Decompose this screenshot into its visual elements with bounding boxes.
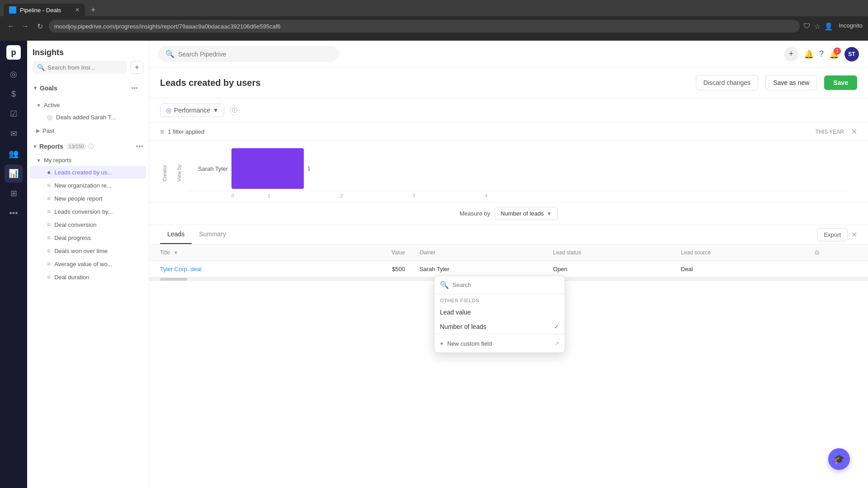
nav-deals[interactable]: $ (5, 85, 23, 103)
nav-activities[interactable]: ☑ (5, 105, 23, 123)
help-icon[interactable]: ? (819, 49, 824, 59)
sidebar-item-deals-added[interactable]: ◎ Deals added Sarah T... (30, 111, 146, 123)
external-link-icon: ↗ (555, 340, 559, 347)
th-settings[interactable]: ⚙ (807, 244, 868, 261)
sidebar-item-deal-duration[interactable]: ≡ Deal duration (30, 271, 146, 283)
back-button[interactable]: ← (5, 22, 16, 30)
avg-val-label: Average value of wo... (54, 261, 112, 267)
table-settings-icon[interactable]: ⚙ (814, 249, 820, 256)
sidebar-item-new-people[interactable]: ≡ New people report (30, 192, 146, 205)
leads-created-label: Leads created by us... (54, 169, 112, 176)
measure-dropdown: 🔍 OTHER FIELDS Lead value Number of lead… (434, 276, 565, 353)
close-table-button[interactable]: ✕ (851, 230, 857, 239)
floating-action-button[interactable]: 🎓 (828, 448, 850, 470)
reports-more-button[interactable]: ••• (136, 142, 143, 150)
sidebar-search-input[interactable] (47, 64, 123, 71)
profile-icon[interactable]: 👤 (824, 22, 833, 31)
save-as-new-button[interactable]: Save as new (765, 75, 817, 90)
add-button[interactable]: + (784, 47, 798, 61)
nav-contacts[interactable]: 👥 (5, 145, 23, 163)
chart-bar-value: 1 (307, 165, 311, 172)
nav-grid[interactable]: ⊞ (5, 184, 23, 202)
nav-home[interactable]: ◎ (5, 65, 23, 83)
sidebar-add-button[interactable]: + (131, 61, 143, 74)
dropdown-item-number-of-leads[interactable]: Number of leads ✓ (434, 319, 565, 334)
number-of-leads-option: Number of leads (440, 323, 486, 330)
deal-dur-icon: ≡ (47, 273, 51, 281)
measure-select-button[interactable]: Number of leads ▼ (495, 207, 557, 220)
goals-more-button[interactable]: ••• (126, 81, 143, 95)
deal-conv-label: Deal conversion (54, 221, 96, 228)
new-tab-button[interactable]: + (87, 4, 99, 16)
nav-insights[interactable]: 📊 (5, 164, 23, 183)
sidebar-search-box[interactable]: 🔍 (33, 61, 127, 74)
notification-icon[interactable]: 🔔 (804, 49, 814, 59)
date-filter-label: THIS YEAR (816, 129, 844, 135)
cell-value: $500 (328, 261, 412, 277)
reload-button[interactable]: ↻ (34, 22, 45, 31)
reports-header[interactable]: ▼ Reports 13/150 ⓘ ••• (27, 139, 149, 154)
sidebar-item-deals-won[interactable]: ≡ Deals won over time (30, 244, 146, 257)
sidebar: Insights 🔍 + ▼ Goals ••• ▼ Active ◎ Deal… (27, 41, 149, 488)
table-section: Leads Summary Export ✕ Title ▼ (149, 225, 868, 281)
user-avatar[interactable]: ST (844, 47, 859, 61)
org-report-icon: ≡ (47, 182, 51, 189)
title-filter-icon[interactable]: ▼ (174, 250, 179, 255)
dropdown-search-box[interactable]: 🔍 (434, 276, 565, 294)
nav-more[interactable]: ••• (5, 204, 23, 222)
discard-changes-button[interactable]: Discard changes (696, 75, 758, 90)
my-reports-toggle[interactable]: ▼ My reports (27, 155, 149, 165)
forward-button[interactable]: → (20, 22, 31, 30)
export-button[interactable]: Export (817, 228, 848, 241)
goals-section-header[interactable]: ▼ Goals ••• (27, 77, 149, 99)
app-logo[interactable]: p (6, 45, 21, 60)
save-button[interactable]: Save (824, 75, 857, 90)
chart-row: Sarah Tyler 1 (187, 148, 850, 189)
deals-won-icon: ≡ (47, 247, 51, 254)
sidebar-item-avg-value[interactable]: ≡ Average value of wo... (30, 258, 146, 270)
star-icon[interactable]: ☆ (814, 22, 821, 31)
cell-title[interactable]: Tyler Corp. deal (149, 261, 328, 277)
chart-bar (231, 148, 304, 189)
browser-tab[interactable]: Pipeline - Deals ✕ (4, 4, 85, 16)
active-toggle[interactable]: ▼ Active (27, 100, 149, 110)
new-people-label: New people report (54, 195, 102, 202)
past-toggle[interactable]: ▶ Past (27, 126, 149, 136)
view-by-label: View by (176, 164, 182, 182)
sidebar-item-deal-progress[interactable]: ≡ Deal progress (30, 231, 146, 244)
scroll-thumb[interactable] (160, 278, 187, 281)
table-actions: Export ✕ (817, 228, 857, 241)
address-bar[interactable]: moodjoy.pipedrive.com/progress/insights/… (49, 20, 800, 33)
new-custom-field-button[interactable]: + New custom field ↗ (440, 338, 559, 349)
leads-tab-label: Leads (167, 230, 184, 238)
nav-messages[interactable]: ✉ (5, 125, 23, 143)
leads-conv-icon: ≡ (47, 208, 51, 215)
goals-label: Goals (40, 84, 57, 92)
check-icon: ✓ (554, 323, 559, 330)
filter-icon: ≡ (160, 128, 164, 136)
performance-dropdown-button[interactable]: ◎ Performance ▼ (160, 103, 224, 117)
info-button[interactable]: ⓘ (230, 105, 240, 115)
sidebar-item-deal-conversion[interactable]: ≡ Deal conversion (30, 218, 146, 231)
sidebar-item-leads-conversion[interactable]: ≡ Leads conversion by... (30, 205, 146, 218)
sidebar-item-leads-created[interactable]: ● Leads created by us... (30, 166, 146, 178)
dropdown-item-lead-value[interactable]: Lead value (434, 305, 565, 319)
report-toolbar: ◎ Performance ▼ ⓘ (149, 98, 868, 123)
clear-date-filter-button[interactable]: ✕ (851, 127, 857, 136)
deal-dur-label: Deal duration (54, 274, 89, 281)
sidebar-item-new-org[interactable]: ≡ New organization re... (30, 179, 146, 192)
tab-leads[interactable]: Leads (160, 225, 192, 244)
global-search-input[interactable] (178, 51, 332, 58)
dropdown-section-label: OTHER FIELDS (434, 294, 565, 305)
reports-info-icon[interactable]: ⓘ (88, 143, 94, 150)
report-header: Leads created by users Discard changes S… (149, 68, 868, 98)
tab-close-btn[interactable]: ✕ (75, 7, 80, 13)
th-owner: Owner (412, 244, 546, 261)
tab-summary[interactable]: Summary (192, 225, 233, 244)
x-tick-0: 0 (231, 193, 268, 198)
alert-badge[interactable]: 🔔 1 (829, 49, 839, 59)
global-search-box[interactable]: 🔍 (158, 46, 339, 62)
active-section: ▼ Active ◎ Deals added Sarah T... (27, 99, 149, 125)
leads-conv-label: Leads conversion by... (54, 208, 113, 215)
dropdown-search-input[interactable] (453, 282, 559, 288)
